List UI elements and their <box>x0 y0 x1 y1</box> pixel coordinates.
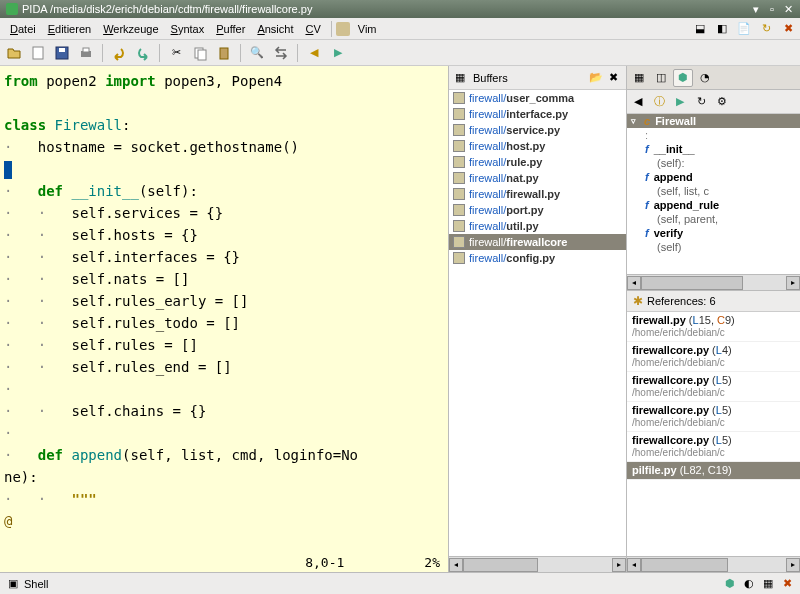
tool-close-icon[interactable]: ✖ <box>780 21 796 37</box>
buffer-item[interactable]: firewall/config.py <box>449 250 626 266</box>
references-icon: ✱ <box>633 294 643 308</box>
outline-back-icon[interactable]: ◀ <box>629 93 647 111</box>
tab-4[interactable]: ◔ <box>695 69 715 87</box>
replace-button[interactable] <box>271 43 291 63</box>
tool-a-icon[interactable]: ⬓ <box>692 21 708 37</box>
menu-cv[interactable]: CV <box>299 21 326 37</box>
next-button[interactable]: ▶ <box>328 43 348 63</box>
shell-bar: ▣ Shell ⬢ ◐ ▦ ✖ <box>0 572 800 594</box>
close-icon[interactable]: ✕ <box>782 3 794 15</box>
svg-rect-7 <box>220 48 228 59</box>
tool-b-icon[interactable]: ◧ <box>714 21 730 37</box>
vim-menu[interactable]: Vim <box>352 21 383 37</box>
prev-button[interactable]: ◀ <box>304 43 324 63</box>
buffer-item[interactable]: firewall/firewallcore <box>449 234 626 250</box>
buffers-pane: ▦ Buffers 📂 ✖ firewall/user_commafirewal… <box>448 66 626 572</box>
vim-icon <box>336 22 350 36</box>
editor-status: 8,0-1 2% <box>0 553 448 572</box>
buffers-icon: ▦ <box>455 71 469 85</box>
right-tabs: ▦ ◫ ⬢ ◔ <box>627 66 800 90</box>
shell-close-icon[interactable]: ✖ <box>780 577 794 591</box>
open-button[interactable] <box>4 43 24 63</box>
menu-datei[interactable]: Datei <box>4 21 42 37</box>
tab-1[interactable]: ▦ <box>629 69 649 87</box>
reference-item[interactable]: pilfile.py (L82, C19) <box>627 462 800 480</box>
buffer-list: firewall/user_commafirewall/interface.py… <box>449 90 626 556</box>
outline-tree[interactable]: ▿cFirewall:f__init__(self):fappend(self,… <box>627 114 800 274</box>
outline-go-icon[interactable]: ▶ <box>671 93 689 111</box>
menu-ansicht[interactable]: Ansicht <box>251 21 299 37</box>
buffer-item[interactable]: firewall/service.py <box>449 122 626 138</box>
buffers-close-icon[interactable]: ✖ <box>606 71 620 85</box>
outline-config-icon[interactable]: ⚙ <box>713 93 731 111</box>
find-button[interactable]: 🔍 <box>247 43 267 63</box>
outline-scrollbar[interactable]: ◂▸ <box>627 274 800 290</box>
reference-item[interactable]: firewallcore.py (L5)/home/erich/debian/c <box>627 372 800 402</box>
outline-info-icon[interactable]: ⓘ <box>650 93 668 111</box>
buffer-item[interactable]: firewall/port.py <box>449 202 626 218</box>
shell-title: Shell <box>24 578 48 590</box>
print-button[interactable] <box>76 43 96 63</box>
redo-button[interactable] <box>133 43 153 63</box>
shell-action-2-icon[interactable]: ◐ <box>742 577 756 591</box>
buffer-item[interactable]: firewall/nat.py <box>449 170 626 186</box>
menu-puffer[interactable]: Puffer <box>210 21 251 37</box>
buffer-item[interactable]: firewall/rule.py <box>449 154 626 170</box>
buffers-scrollbar[interactable]: ◂▸ <box>449 556 626 572</box>
reference-item[interactable]: firewall.py (L15, C9)/home/erich/debian/… <box>627 312 800 342</box>
references-list: firewall.py (L15, C9)/home/erich/debian/… <box>627 312 800 556</box>
menu-werkzeuge[interactable]: Werkzeuge <box>97 21 164 37</box>
buffer-item[interactable]: firewall/firewall.py <box>449 186 626 202</box>
outline-item[interactable]: fappend <box>627 170 800 184</box>
shell-icon: ▣ <box>6 577 20 591</box>
references-header: ✱ References: 6 <box>627 290 800 312</box>
outline-item[interactable]: fverify <box>627 226 800 240</box>
copy-button[interactable] <box>190 43 210 63</box>
maximize-icon[interactable]: ▫ <box>766 3 778 15</box>
buffer-item[interactable]: firewall/user_comma <box>449 90 626 106</box>
shell-action-3-icon[interactable]: ▦ <box>761 577 775 591</box>
menu-syntax[interactable]: Syntax <box>165 21 211 37</box>
tab-outline[interactable]: ⬢ <box>673 69 693 87</box>
buffer-item[interactable]: firewall/host.py <box>449 138 626 154</box>
save-button[interactable] <box>52 43 72 63</box>
reference-item[interactable]: firewallcore.py (L4)/home/erich/debian/c <box>627 342 800 372</box>
editor[interactable]: from popen2 import popen3, Popen4 class … <box>0 66 448 572</box>
minimize-icon[interactable]: ▾ <box>750 3 762 15</box>
tool-refresh-icon[interactable]: ↻ <box>758 21 774 37</box>
window-title: PIDA /media/disk2/erich/debian/cdtm/fire… <box>22 3 312 15</box>
outline-refresh-icon[interactable]: ↻ <box>692 93 710 111</box>
reference-item[interactable]: firewallcore.py (L5)/home/erich/debian/c <box>627 432 800 462</box>
menu-editieren[interactable]: Editieren <box>42 21 97 37</box>
buffers-open-icon[interactable]: 📂 <box>589 71 603 85</box>
cut-button[interactable]: ✂ <box>166 43 186 63</box>
references-scrollbar[interactable]: ◂▸ <box>627 556 800 572</box>
main-toolbar: ✂ 🔍 ◀ ▶ <box>0 40 800 66</box>
reference-item[interactable]: firewallcore.py (L5)/home/erich/debian/c <box>627 402 800 432</box>
svg-rect-6 <box>198 50 206 60</box>
shell-action-1-icon[interactable]: ⬢ <box>723 577 737 591</box>
buffer-item[interactable]: firewall/interface.py <box>449 106 626 122</box>
outline-item[interactable]: f__init__ <box>627 142 800 156</box>
svg-rect-2 <box>59 48 65 52</box>
right-pane: ▦ ◫ ⬢ ◔ ◀ ⓘ ▶ ↻ ⚙ ▿cFirewall:f__init__(s… <box>626 66 800 572</box>
undo-button[interactable] <box>109 43 129 63</box>
outline-item[interactable]: fappend_rule <box>627 198 800 212</box>
tool-c-icon[interactable]: 📄 <box>736 21 752 37</box>
titlebar: PIDA /media/disk2/erich/debian/cdtm/fire… <box>0 0 800 18</box>
app-icon <box>6 3 18 15</box>
buffers-title: Buffers <box>473 72 508 84</box>
tab-2[interactable]: ◫ <box>651 69 671 87</box>
paste-button[interactable] <box>214 43 234 63</box>
svg-rect-4 <box>83 48 89 52</box>
buffer-item[interactable]: firewall/util.py <box>449 218 626 234</box>
svg-rect-0 <box>33 47 43 59</box>
menubar: DateiEditierenWerkzeugeSyntaxPufferAnsic… <box>0 18 800 40</box>
new-button[interactable] <box>28 43 48 63</box>
